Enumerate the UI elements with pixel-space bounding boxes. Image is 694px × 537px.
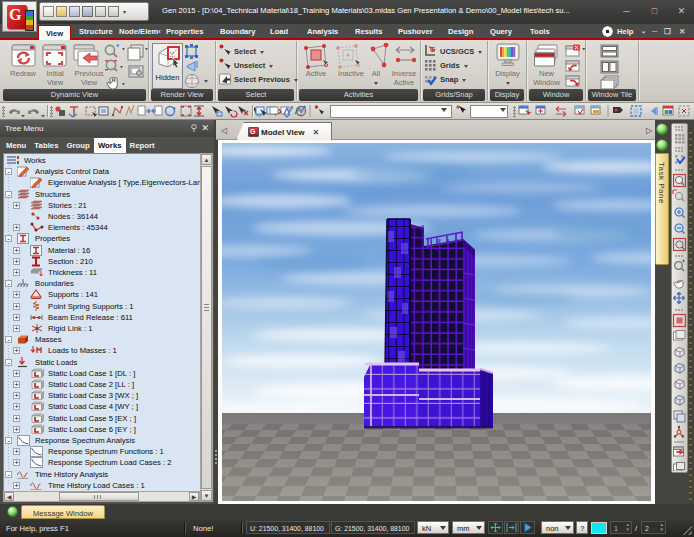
svg-text:G: G — [430, 46, 436, 53]
